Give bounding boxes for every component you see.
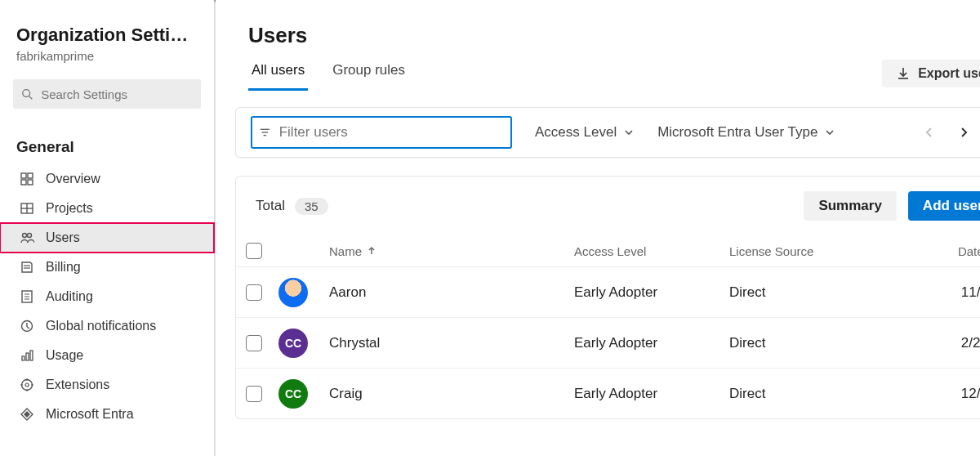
table-row[interactable]: Aaron Early Adopter Direct 11/22/20 — [236, 266, 980, 317]
chevron-down-icon — [824, 127, 835, 138]
svg-point-24 — [25, 383, 29, 387]
filter-access-level[interactable]: Access Level — [535, 124, 635, 141]
main-content: Users All users Group rules Export users — [216, 0, 980, 419]
sidebar-item-extensions[interactable]: Extensions — [0, 370, 214, 400]
sidebar-item-microsoft-entra[interactable]: Microsoft Entra — [0, 400, 214, 429]
add-users-button[interactable]: Add users — [908, 191, 980, 221]
sidebar-item-label: Extensions — [46, 378, 109, 392]
export-users-label: Export users — [918, 66, 980, 81]
avatar: CC — [278, 379, 308, 409]
svg-rect-20 — [22, 356, 24, 360]
user-license: Direct — [729, 386, 884, 402]
search-icon — [21, 87, 33, 101]
export-users-button[interactable]: Export users — [882, 60, 980, 87]
sidebar-subtitle: fabrikamprime — [16, 49, 198, 63]
tabs: All users Group rules — [248, 62, 408, 91]
svg-marker-30 — [24, 411, 30, 418]
search-settings-input[interactable] — [41, 87, 193, 101]
user-date: 2/24/202 — [884, 335, 980, 351]
total-count: 35 — [295, 198, 328, 215]
tab-group-rules[interactable]: Group rules — [329, 62, 408, 91]
sidebar: Organization Settin… fabrikamprime Gener… — [0, 0, 215, 456]
user-access: Early Adopter — [574, 284, 729, 301]
chevron-right-icon — [956, 125, 971, 140]
svg-point-0 — [23, 90, 30, 97]
row-checkbox[interactable] — [246, 335, 262, 351]
sidebar-item-usage[interactable]: Usage — [0, 341, 214, 370]
summary-button[interactable]: Summary — [804, 191, 896, 221]
svg-line-19 — [27, 327, 29, 329]
sidebar-item-label: Microsoft Entra — [46, 407, 134, 422]
sidebar-item-label: Auditing — [46, 289, 93, 304]
table-row[interactable]: CC Craig Early Adopter Direct 12/8/202 — [236, 368, 980, 418]
sidebar-item-billing[interactable]: Billing — [0, 253, 214, 282]
svg-line-1 — [29, 96, 33, 100]
tab-all-users[interactable]: All users — [248, 62, 308, 91]
avatar: CC — [278, 329, 308, 358]
filter-users-input-wrap[interactable] — [251, 116, 512, 149]
svg-point-9 — [23, 234, 27, 238]
sort-ascending-icon — [367, 246, 376, 256]
search-settings-input-wrap[interactable] — [13, 79, 201, 109]
svg-rect-21 — [26, 353, 29, 360]
sidebar-item-label: Overview — [46, 172, 100, 186]
row-checkbox[interactable] — [246, 386, 262, 402]
column-license-source[interactable]: License Source — [729, 244, 884, 258]
user-license: Direct — [729, 335, 884, 351]
filter-icon — [259, 126, 271, 139]
projects-icon — [20, 201, 34, 216]
sidebar-item-users[interactable]: Users — [0, 223, 214, 253]
avatar — [278, 278, 308, 307]
svg-rect-3 — [28, 173, 33, 178]
chevron-down-icon — [623, 127, 635, 138]
sidebar-item-label: Users — [46, 230, 80, 245]
table-row[interactable]: CC Chrystal Early Adopter Direct 2/24/20… — [236, 317, 980, 368]
filter-access-level-label: Access Level — [535, 124, 617, 141]
svg-point-10 — [28, 234, 32, 238]
user-name: Aaron — [329, 284, 574, 301]
table-header: Name Access Level License Source Date Ad… — [236, 235, 980, 266]
auditing-icon — [20, 289, 34, 304]
svg-rect-2 — [21, 173, 26, 178]
total-label: Total — [256, 198, 285, 214]
filter-prev-button[interactable] — [917, 120, 942, 145]
row-checkbox[interactable] — [246, 284, 262, 301]
svg-point-23 — [22, 380, 33, 391]
sidebar-item-label: Global notifications — [46, 319, 156, 333]
billing-icon — [20, 260, 34, 275]
sidebar-item-auditing[interactable]: Auditing — [0, 282, 214, 311]
filter-entra-user-type[interactable]: Microsoft Entra User Type — [657, 124, 835, 141]
svg-rect-5 — [28, 180, 33, 185]
notifications-icon — [20, 319, 34, 333]
download-icon — [897, 67, 910, 80]
select-all-checkbox[interactable] — [246, 243, 262, 259]
sidebar-item-overview[interactable]: Overview — [0, 164, 214, 194]
user-date: 12/8/202 — [884, 386, 980, 402]
column-date-added[interactable]: Date Adde — [884, 244, 980, 258]
user-access: Early Adopter — [574, 386, 729, 402]
filter-users-input[interactable] — [279, 124, 504, 141]
overview-icon — [20, 172, 34, 186]
user-name: Chrystal — [329, 335, 574, 351]
sidebar-title: Organization Settin… — [16, 25, 198, 46]
filter-bar: Access Level Microsoft Entra User Type — [235, 107, 980, 158]
chevron-left-icon — [922, 125, 937, 140]
column-name[interactable]: Name — [329, 244, 362, 258]
extensions-icon — [20, 378, 34, 392]
sidebar-item-projects[interactable]: Projects — [0, 194, 214, 223]
usage-icon — [20, 348, 34, 363]
entra-icon — [20, 407, 34, 422]
sidebar-item-label: Billing — [46, 260, 81, 275]
sidebar-item-label: Usage — [46, 348, 83, 363]
filter-entra-user-type-label: Microsoft Entra User Type — [657, 124, 817, 141]
user-access: Early Adopter — [574, 335, 729, 351]
sidebar-nav: Overview Projects Users Billing Auditing… — [0, 164, 214, 429]
svg-rect-4 — [21, 180, 26, 185]
column-access-level[interactable]: Access Level — [574, 244, 729, 258]
sidebar-item-label: Projects — [46, 201, 93, 216]
user-license: Direct — [729, 284, 884, 301]
sidebar-item-global-notifications[interactable]: Global notifications — [0, 311, 214, 341]
filter-next-button[interactable] — [951, 120, 976, 145]
svg-rect-22 — [30, 351, 33, 360]
user-date: 11/22/20 — [884, 284, 980, 301]
